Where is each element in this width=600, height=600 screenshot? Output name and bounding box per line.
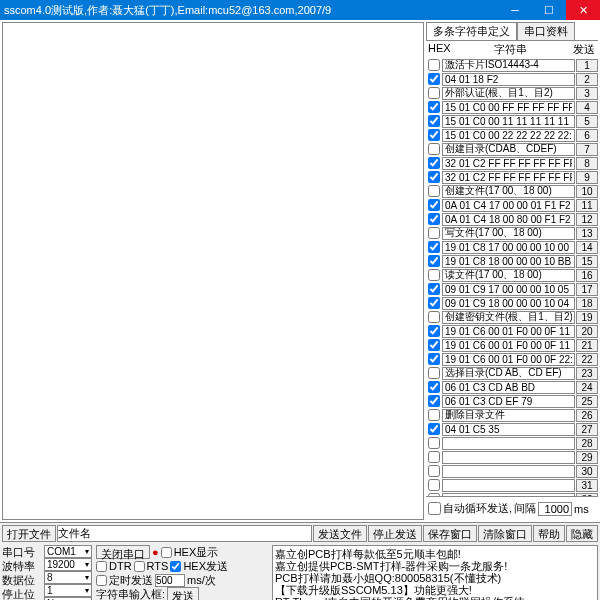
clear-window-button[interactable]: 清除窗口 [478, 525, 532, 542]
send-row-button[interactable]: 1 [576, 59, 598, 72]
string-field[interactable] [442, 101, 575, 114]
string-field[interactable] [442, 185, 575, 198]
string-field[interactable] [442, 367, 575, 380]
send-row-button[interactable]: 16 [576, 269, 598, 282]
string-field[interactable] [442, 437, 575, 450]
tab-portinfo[interactable]: 串口资料 [517, 22, 575, 40]
string-field[interactable] [442, 157, 575, 170]
send-row-button[interactable]: 27 [576, 423, 598, 436]
send-row-button[interactable]: 20 [576, 325, 598, 338]
send-row-button[interactable]: 31 [576, 479, 598, 492]
string-field[interactable] [442, 339, 575, 352]
send-row-button[interactable]: 14 [576, 241, 598, 254]
string-field[interactable] [442, 199, 575, 212]
hex-checkbox[interactable] [428, 185, 440, 197]
hex-checkbox[interactable] [428, 213, 440, 225]
hex-checkbox[interactable] [428, 381, 440, 393]
hide-button[interactable]: 隐藏 [566, 525, 598, 542]
send-row-button[interactable]: 24 [576, 381, 598, 394]
send-row-button[interactable]: 12 [576, 213, 598, 226]
string-field[interactable] [442, 171, 575, 184]
send-button[interactable]: 发送 [167, 587, 199, 600]
hexsend-checkbox[interactable] [170, 561, 181, 572]
hex-checkbox[interactable] [428, 199, 440, 211]
hex-checkbox[interactable] [428, 465, 440, 477]
hex-checkbox[interactable] [428, 409, 440, 421]
send-row-button[interactable]: 9 [576, 171, 598, 184]
string-field[interactable] [442, 423, 575, 436]
open-file-button[interactable]: 打开文件 [2, 525, 56, 542]
hex-checkbox[interactable] [428, 87, 440, 99]
minimize-button[interactable]: ─ [498, 0, 532, 20]
string-field[interactable] [442, 325, 575, 338]
timed-checkbox[interactable] [96, 575, 107, 586]
hex-checkbox[interactable] [428, 311, 440, 323]
hex-checkbox[interactable] [428, 451, 440, 463]
send-row-button[interactable]: 23 [576, 367, 598, 380]
baud-select[interactable]: 19200 [44, 558, 92, 571]
port-select[interactable]: COM1 [44, 545, 92, 558]
hex-checkbox[interactable] [428, 283, 440, 295]
string-field[interactable] [442, 311, 575, 324]
hex-checkbox[interactable] [428, 367, 440, 379]
send-row-button[interactable]: 26 [576, 409, 598, 422]
send-row-button[interactable]: 18 [576, 297, 598, 310]
hex-checkbox[interactable] [428, 437, 440, 449]
send-row-button[interactable]: 4 [576, 101, 598, 114]
send-row-button[interactable]: 25 [576, 395, 598, 408]
hex-checkbox[interactable] [428, 423, 440, 435]
string-field[interactable] [442, 479, 575, 492]
string-field[interactable] [442, 213, 575, 226]
send-row-button[interactable]: 3 [576, 87, 598, 100]
string-field[interactable] [442, 143, 575, 156]
send-row-button[interactable]: 17 [576, 283, 598, 296]
hex-checkbox[interactable] [428, 479, 440, 491]
hex-checkbox[interactable] [428, 395, 440, 407]
hex-checkbox[interactable] [428, 143, 440, 155]
send-row-button[interactable]: 10 [576, 185, 598, 198]
string-field[interactable] [442, 395, 575, 408]
hex-checkbox[interactable] [428, 241, 440, 253]
autoloop-checkbox[interactable] [428, 502, 441, 515]
stop-send-button[interactable]: 停止发送 [368, 525, 422, 542]
tab-multistring[interactable]: 多条字符串定义 [426, 22, 517, 40]
string-field[interactable] [442, 409, 575, 422]
string-field[interactable] [442, 73, 575, 86]
string-field[interactable] [442, 115, 575, 128]
databit-select[interactable]: 8 [44, 571, 92, 584]
string-field[interactable] [442, 255, 575, 268]
hex-checkbox[interactable] [428, 157, 440, 169]
string-field[interactable] [442, 451, 575, 464]
close-port-button[interactable]: 关闭串口 [96, 545, 150, 559]
close-button[interactable]: ✕ [566, 0, 600, 20]
string-field[interactable] [442, 353, 575, 366]
hex-checkbox[interactable] [428, 73, 440, 85]
hex-checkbox[interactable] [428, 129, 440, 141]
string-field[interactable] [442, 87, 575, 100]
timed-interval[interactable] [155, 574, 185, 587]
string-field[interactable] [442, 59, 575, 72]
autoloop-interval[interactable] [538, 502, 572, 516]
hexshow-checkbox[interactable] [161, 547, 172, 558]
hex-checkbox[interactable] [428, 171, 440, 183]
send-row-button[interactable]: 15 [576, 255, 598, 268]
send-row-button[interactable]: 28 [576, 437, 598, 450]
dtr-checkbox[interactable] [96, 561, 107, 572]
send-row-button[interactable]: 7 [576, 143, 598, 156]
rts-checkbox[interactable] [134, 561, 145, 572]
string-field[interactable] [442, 297, 575, 310]
hex-checkbox[interactable] [428, 325, 440, 337]
send-row-button[interactable]: 21 [576, 339, 598, 352]
string-field[interactable] [442, 269, 575, 282]
string-field[interactable] [442, 283, 575, 296]
hex-checkbox[interactable] [428, 59, 440, 71]
hex-checkbox[interactable] [428, 115, 440, 127]
help-button[interactable]: 帮助 [533, 525, 565, 542]
send-row-button[interactable]: 19 [576, 311, 598, 324]
string-field[interactable] [442, 241, 575, 254]
string-field[interactable] [442, 129, 575, 142]
send-row-button[interactable]: 8 [576, 157, 598, 170]
send-row-button[interactable]: 5 [576, 115, 598, 128]
save-window-button[interactable]: 保存窗口 [423, 525, 477, 542]
filename-field[interactable]: 文件名 [57, 525, 312, 542]
